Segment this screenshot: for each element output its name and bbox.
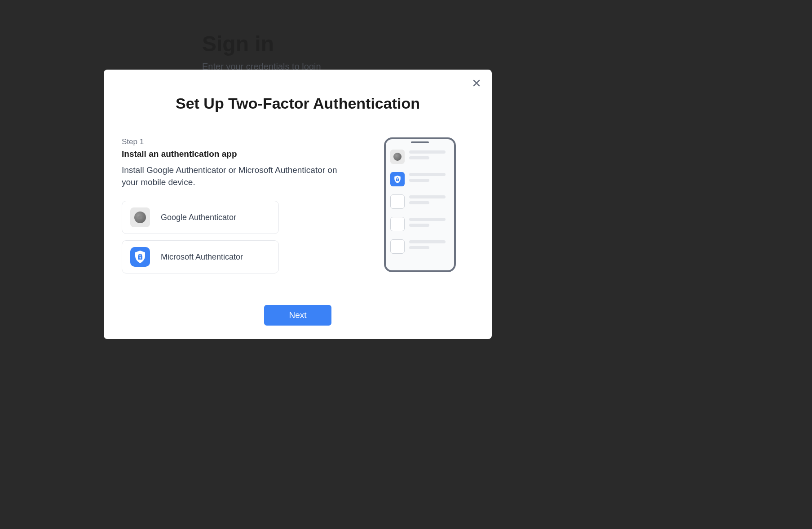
step-description: Install Google Authenticator or Microsof… [122, 164, 351, 188]
phone-illustration [384, 137, 456, 272]
phone-microsoft-icon [390, 172, 405, 186]
phone-empty-icon [390, 217, 405, 231]
microsoft-authenticator-icon [130, 247, 150, 267]
google-authenticator-option[interactable]: Google Authenticator [122, 201, 279, 234]
svg-rect-7 [397, 180, 398, 181]
app-label: Microsoft Authenticator [161, 252, 243, 262]
signin-title: Sign in [202, 31, 321, 56]
phone-empty-icon [390, 194, 405, 209]
left-panel: Step 1 Install an authentication app Ins… [122, 137, 371, 273]
close-button[interactable] [471, 78, 482, 88]
phone-google-icon [390, 150, 405, 164]
background-signin-panel: Sign in Enter your credentials to login [202, 31, 321, 72]
svg-rect-4 [140, 257, 141, 259]
next-button[interactable]: Next [264, 305, 331, 326]
google-authenticator-icon [130, 207, 150, 227]
modal-title: Set Up Two-Factor Authentication [113, 95, 483, 112]
modal-body: Step 1 Install an authentication app Ins… [113, 137, 483, 273]
phone-empty-icon [390, 239, 405, 254]
right-panel [384, 137, 474, 273]
step-title: Install an authentication app [122, 149, 371, 159]
app-label: Google Authenticator [161, 213, 236, 222]
two-factor-setup-modal: Set Up Two-Factor Authentication Step 1 … [104, 70, 492, 339]
close-icon [472, 79, 481, 88]
microsoft-authenticator-option[interactable]: Microsoft Authenticator [122, 240, 279, 273]
app-options: Google Authenticator Microsoft Authentic [122, 201, 371, 273]
step-label: Step 1 [122, 137, 371, 146]
